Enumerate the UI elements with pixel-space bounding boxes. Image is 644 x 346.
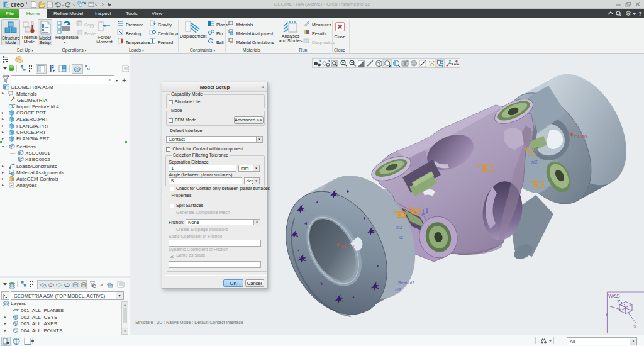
- svg-text:»: »: [100, 282, 103, 287]
- svg-text:t2: t2: [399, 235, 403, 240]
- svg-text:WCS: WCS: [608, 293, 620, 299]
- svg-text:nt2: nt2: [532, 147, 538, 151]
- svg-text:xt2: xt2: [396, 225, 402, 230]
- svg-text:PNT0: PNT0: [341, 243, 355, 249]
- svg-text:Y: Y: [605, 311, 609, 317]
- svg-text:Bearint2: Bearint2: [398, 281, 414, 285]
- svg-text:Z: Z: [617, 299, 620, 304]
- svg-text:?: ?: [638, 11, 642, 17]
- svg-text:nt2: nt2: [395, 287, 401, 292]
- svg-text:PNT0: PNT0: [574, 134, 587, 140]
- svg-text:X: X: [633, 324, 637, 330]
- svg-text:nt2: nt2: [531, 160, 538, 164]
